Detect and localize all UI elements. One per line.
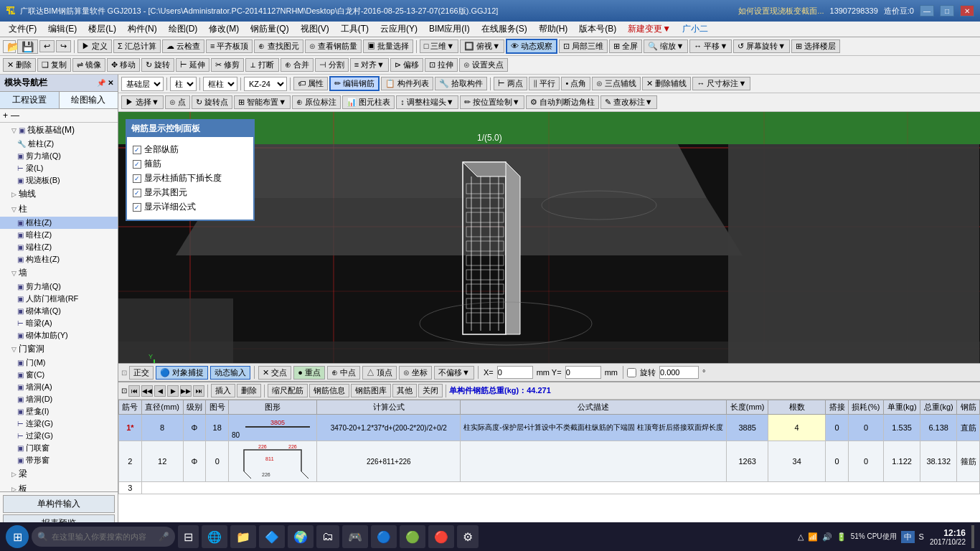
btn-edit-rebar[interactable]: ✏ 编辑钢筋 [329, 76, 380, 91]
rotate-input[interactable] [659, 366, 699, 379]
btn-nav-first[interactable]: ⏮ [128, 385, 140, 397]
btn-save[interactable]: 💾 [17, 39, 38, 54]
sidebar-item-shear-wall[interactable]: ▣ 剪力墙(Q) [0, 281, 118, 293]
table-row[interactable]: 1* 8 Φ 18 80 3805 3470-20+1 [119, 415, 980, 441]
sidebar-item-civil-defense[interactable]: ▣ 人防门框墙(RF [0, 293, 118, 305]
btn-rebar-lib[interactable]: 钢筋图库 [351, 384, 391, 397]
sidebar-item-end-col[interactable]: ▣ 端柱(Z) [0, 241, 118, 253]
btn-dim-label[interactable]: ↔ 尺寸标注▼ [692, 77, 750, 90]
sidebar-item-niche[interactable]: ▣ 壁龛(I) [0, 405, 118, 418]
sidebar-item-door[interactable]: ▣ 门(M) [0, 357, 118, 369]
btn-vertex[interactable]: △ 顶点 [362, 366, 397, 380]
btn-no-offset[interactable]: 不偏移▼ [434, 366, 474, 380]
y-coord-input[interactable] [565, 366, 601, 379]
btn-open-file[interactable]: 📂 [3, 40, 16, 53]
btn-batch-select[interactable]: ▣ 批量选择 [363, 39, 413, 53]
sidebar-item-beam-group[interactable]: ▷ 梁 [0, 466, 118, 481]
sidebar-item-lintel[interactable]: ⊢ 过梁(G) [0, 430, 118, 442]
btn-setpoint[interactable]: ⊙ 设置夹点 [459, 58, 508, 72]
btn-fullscreen[interactable]: ⊞ 全屏 [609, 39, 642, 53]
checkbox-detail-formula[interactable] [133, 203, 141, 212]
menu-draw[interactable]: 绘图(D) [163, 22, 204, 37]
nav-project-setup[interactable]: 工程设置 [0, 92, 60, 108]
btn-cloud-check[interactable]: ☁ 云检查 [162, 39, 204, 53]
menu-floor[interactable]: 楼层(L) [83, 22, 122, 37]
btn-copy[interactable]: ❑ 复制 [37, 58, 71, 72]
rotate-checkbox[interactable] [627, 368, 636, 377]
btn-define[interactable]: ▶ 定义 [77, 39, 112, 53]
sidebar-item-opening-group[interactable]: ▽ 门窗洞 [0, 342, 118, 357]
btn-local-3d[interactable]: ⊡ 局部三维 [559, 39, 608, 53]
element-name-select[interactable]: 框柱 [203, 77, 237, 91]
btn-screen-rotate[interactable]: ↺ 屏幕旋转▼ [733, 39, 790, 53]
btn-trim[interactable]: ✂ 修剪 [211, 58, 244, 72]
btn-nav-next[interactable]: ▶ [167, 385, 179, 397]
btn-offset[interactable]: ⊳ 偏移 [390, 58, 423, 72]
btn-break[interactable]: ⊥ 打断 [245, 58, 278, 72]
x-coord-input[interactable] [497, 366, 533, 379]
btn-adjust-head[interactable]: ↕ 调整柱端头▼ [396, 95, 458, 109]
btn-nav-prev-prev[interactable]: ◀◀ [141, 385, 153, 397]
taskbar-app-icon4[interactable]: 🔵 [371, 525, 397, 548]
check-show-element[interactable]: 显示其图元 [133, 187, 248, 199]
sidebar-item-axis[interactable]: ▷ 轴线 [0, 187, 118, 202]
sidebar-item-slab[interactable]: ▣ 现浇板(B) [0, 174, 118, 187]
btn-point[interactable]: ⊙ 点 [165, 95, 190, 109]
tray-network-icon[interactable]: 📶 [808, 532, 818, 542]
menu-cloud[interactable]: 云应用(Y) [374, 22, 423, 37]
btn-top-view[interactable]: 🔲 俯视▼ [460, 39, 504, 53]
sidebar-expand-btn[interactable]: + [3, 110, 8, 121]
btn-level-plate[interactable]: ≡ 平齐板顶 [206, 39, 253, 53]
check-stirrup[interactable]: 箍筋 [133, 158, 248, 170]
sidebar-item-beam-f[interactable]: ⊢ 梁(L) [0, 162, 118, 174]
btn-undo[interactable]: ↩ [39, 40, 55, 52]
close-button[interactable]: ✕ [960, 5, 974, 17]
sidebar-item-brick-wall[interactable]: ▣ 砌体墙(Q) [0, 305, 118, 317]
btn-parallel[interactable]: ∥ 平行 [529, 77, 560, 90]
btn-zoom[interactable]: 🔍 缩放▼ [644, 39, 688, 53]
btn-mirror[interactable]: ⇌ 镜像 [72, 58, 105, 72]
btn-3d[interactable]: □ 三维▼ [420, 39, 459, 53]
sidebar-item-struct-col[interactable]: ▣ 构造柱(Z) [0, 253, 118, 265]
btn-view-rebar[interactable]: ⊙ 查看钢筋量 [305, 39, 362, 53]
minimize-button[interactable]: — [920, 5, 934, 17]
taskbar-app-ie[interactable]: 🌍 [288, 525, 314, 548]
menu-view[interactable]: 视图(V) [295, 22, 335, 37]
menu-file[interactable]: 文件(F) [3, 22, 42, 37]
btn-coord[interactable]: ⊙ 坐标 [399, 366, 432, 380]
btn-snap[interactable]: 🔵 对象捕捉 [156, 366, 208, 380]
menu-edit[interactable]: 编辑(E) [42, 22, 83, 37]
menu-version[interactable]: 版本号(B) [573, 22, 622, 37]
btn-heavy-point[interactable]: ● 重点 [293, 366, 325, 380]
sidebar-item-wall-opening[interactable]: ▣ 墙洞(A) [0, 381, 118, 393]
sidebar-item-coupling-beam[interactable]: ⊢ 连梁(G) [0, 418, 118, 430]
btn-pick-member[interactable]: 🔧 拾取构件 [435, 77, 487, 90]
taskbar-app-explorer[interactable]: 📁 [230, 525, 256, 548]
menu-bim[interactable]: BIM应用(I) [423, 22, 476, 37]
btn-table-edit[interactable]: 📊 图元柱表 [342, 95, 395, 109]
btn-select[interactable]: ▶ 选择▼ [121, 95, 164, 109]
menu-rebar-qty[interactable]: 钢筋量(Q) [245, 22, 294, 37]
sidebar-item-window[interactable]: ▣ 窗(C) [0, 369, 118, 381]
btn-single-member-input[interactable]: 单构件输入 [3, 495, 115, 513]
table-row[interactable]: 3 [119, 482, 980, 494]
sidebar-item-strip-window[interactable]: ▣ 带形窗 [0, 454, 118, 466]
btn-merge[interactable]: ⊕ 合并 [281, 58, 314, 72]
taskbar-app-taskview[interactable]: ⊟ [178, 525, 199, 548]
nav-draw-input[interactable]: 绘图输入 [60, 92, 118, 108]
btn-rotate-point[interactable]: ↻ 旋转点 [192, 95, 232, 109]
sidebar-item-pile-col[interactable]: 🔧 桩柱(Z) [0, 138, 118, 150]
btn-align[interactable]: ≡ 对齐▼ [350, 58, 389, 72]
btn-delete-row[interactable]: 删除 [237, 384, 261, 397]
btn-redo[interactable]: ↪ [56, 40, 71, 52]
btn-member-list[interactable]: 📋 构件列表 [381, 77, 433, 90]
sidebar-item-dark-beam[interactable]: ⊢ 暗梁(A) [0, 317, 118, 329]
tray-battery-icon[interactable]: 🔋 [837, 532, 847, 542]
btn-nav-prev[interactable]: ◀ [154, 385, 166, 397]
show-desktop-btn[interactable] [971, 525, 974, 548]
sidebar-item-dark-col[interactable]: ▣ 暗柱(Z) [0, 229, 118, 241]
btn-nav-last[interactable]: ⏭ [193, 385, 204, 397]
taskbar-app-icon3[interactable]: 🎮 [342, 525, 368, 548]
taskbar-app-icon5[interactable]: 🟢 [400, 525, 425, 548]
sidebar-item-raft[interactable]: ▽▣ 筏板基础(M) [0, 123, 118, 138]
